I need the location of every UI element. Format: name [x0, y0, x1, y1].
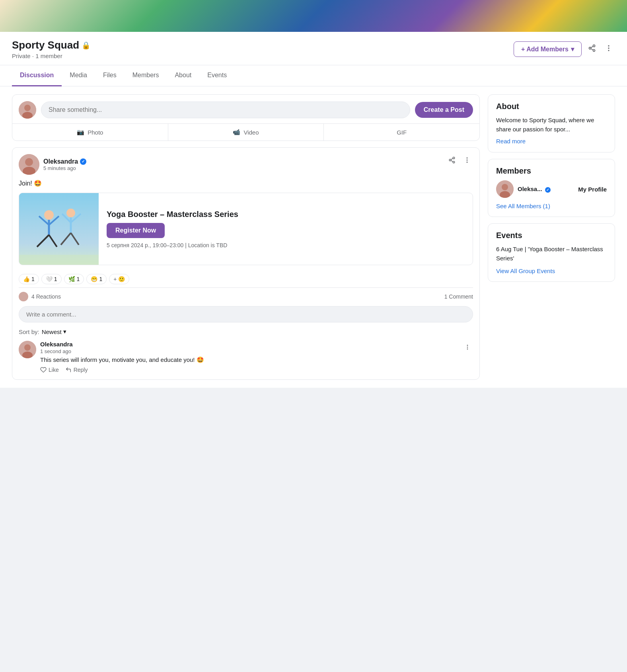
current-user-avatar	[19, 101, 36, 119]
post-share-button[interactable]	[446, 154, 458, 168]
plant-count: 1	[77, 276, 80, 282]
reactions-count: 4 Reactions	[31, 293, 61, 300]
svg-point-30	[66, 209, 75, 217]
event-title: Yoga Booster – Masterclass Series	[107, 210, 465, 219]
tab-events[interactable]: Events	[199, 65, 235, 86]
event-card: Yoga Booster – Masterclass Series Regist…	[19, 193, 473, 265]
comment-author-info: Oleksandra 1 second ago	[40, 341, 73, 354]
lock-icon: 🔒	[82, 41, 90, 50]
events-title: Events	[496, 231, 607, 240]
my-profile-button[interactable]: My Profile	[578, 186, 607, 193]
svg-point-7	[608, 50, 609, 51]
post-header-actions	[446, 154, 473, 168]
event-details: Yoga Booster – Masterclass Series Regist…	[99, 193, 473, 265]
grin-emoji: 😁	[91, 276, 97, 282]
comment-input[interactable]	[19, 306, 473, 322]
post-header: Oleksandra ✓ 5 minutes ago	[19, 154, 473, 175]
svg-point-21	[467, 162, 468, 163]
see-all-members-link[interactable]: See All Members (1)	[496, 203, 607, 209]
comment-header: Oleksandra 1 second ago	[40, 341, 473, 355]
svg-point-20	[467, 160, 468, 161]
svg-point-37	[24, 344, 31, 351]
group-banner	[0, 0, 627, 32]
svg-line-4	[591, 46, 593, 47]
comment-input-row	[19, 306, 473, 322]
comment-more-button[interactable]	[462, 341, 473, 355]
svg-point-5	[608, 45, 609, 47]
reaction-grin[interactable]: 😁 1	[86, 274, 107, 284]
group-header: Sporty Squad 🔒 Private · 1 member + Add …	[0, 32, 627, 65]
member-name: Oleksa... ✓	[518, 186, 574, 193]
photo-action[interactable]: 📷 Photo	[12, 124, 168, 141]
tab-members[interactable]: Members	[125, 65, 167, 86]
video-label: Video	[243, 129, 259, 136]
composer-actions: 📷 Photo 📹 Video GIF	[12, 123, 479, 141]
register-now-button[interactable]: Register Now	[107, 223, 165, 238]
svg-point-43	[502, 184, 508, 190]
svg-line-17	[451, 160, 453, 162]
reactions-row: 👍 1 🤍 1 🌿 1 😁 1	[19, 271, 473, 288]
grin-count: 1	[99, 276, 102, 282]
tab-about[interactable]: About	[167, 65, 199, 86]
reaction-plant[interactable]: 🌿 1	[64, 274, 84, 284]
post-author: Oleksandra ✓ 5 minutes ago	[19, 154, 86, 175]
like-label: Like	[49, 367, 59, 373]
create-post-button[interactable]: Create a Post	[415, 102, 473, 118]
tab-discussion[interactable]: Discussion	[12, 65, 62, 86]
about-card: About Welcome to Sporty Squad, where we …	[488, 94, 615, 152]
video-action[interactable]: 📹 Video	[168, 124, 324, 141]
svg-line-3	[591, 49, 593, 50]
comment-count[interactable]: 1 Comment	[444, 293, 473, 300]
svg-point-19	[467, 157, 468, 158]
sidebar: About Welcome to Sporty Squad, where we …	[488, 94, 615, 282]
reaction-heart[interactable]: 🤍 1	[41, 274, 62, 284]
reactions-avatar	[19, 292, 28, 301]
share-button[interactable]	[586, 42, 598, 57]
tab-files[interactable]: Files	[95, 65, 125, 86]
more-options-button[interactable]	[602, 42, 615, 57]
view-all-events-link[interactable]: View All Group Events	[496, 268, 607, 274]
svg-rect-23	[19, 255, 99, 265]
photo-label: Photo	[88, 129, 103, 136]
reactions-info: 4 Reactions	[19, 292, 61, 301]
comment-item: Oleksandra 1 second ago This series will…	[19, 341, 473, 373]
post-composer: Create a Post 📷 Photo 📹 Video GIF	[12, 94, 480, 141]
sort-label: Sort by:	[19, 328, 39, 335]
events-card: Events 6 Aug Tue | 'Yoga Booster – Maste…	[488, 223, 615, 282]
group-name-text: Sporty Squad	[12, 39, 79, 51]
sort-value: Newest	[42, 328, 62, 335]
comment-actions: Like Reply	[40, 367, 473, 373]
about-title: About	[496, 102, 607, 111]
add-members-label: + Add Members	[521, 46, 569, 53]
svg-line-18	[451, 158, 453, 160]
member-avatar	[496, 180, 514, 198]
verified-icon: ✓	[80, 158, 86, 165]
group-meta: Private · 1 member	[12, 53, 90, 59]
add-members-button[interactable]: + Add Members ▾	[514, 41, 582, 57]
members-title: Members	[496, 166, 607, 176]
member-row: Oleksa... ✓ My Profile	[496, 180, 607, 198]
add-reaction-button[interactable]: + 🙂	[109, 274, 129, 284]
post-more-button[interactable]	[461, 154, 473, 168]
heart-count: 1	[54, 276, 57, 282]
share-input[interactable]	[41, 102, 410, 118]
comment-author: Oleksandra	[40, 341, 73, 348]
reactions-summary: 4 Reactions 1 Comment	[19, 292, 473, 301]
svg-point-39	[467, 345, 468, 346]
event-meta: 5 серпня 2024 р., 19:00–23:00 | Location…	[107, 242, 465, 248]
svg-point-6	[608, 47, 609, 49]
like-comment-button[interactable]: Like	[40, 367, 59, 373]
sort-dropdown[interactable]: Newest ▾	[42, 328, 66, 335]
gif-action[interactable]: GIF	[324, 124, 479, 141]
thumbsup-emoji: 👍	[23, 276, 30, 282]
reply-comment-button[interactable]: Reply	[65, 367, 88, 373]
chevron-down-icon: ▾	[571, 45, 574, 53]
composer-top: Create a Post	[12, 95, 479, 123]
feed-column: Create a Post 📷 Photo 📹 Video GIF	[12, 94, 480, 380]
post-text: Join! 🤩	[19, 180, 473, 187]
reaction-thumbsup[interactable]: 👍 1	[19, 274, 39, 284]
read-more-link[interactable]: Read more	[496, 138, 526, 145]
tab-media[interactable]: Media	[62, 65, 95, 86]
reply-label: Reply	[74, 367, 88, 373]
page-wrapper: Sporty Squad 🔒 Private · 1 member + Add …	[0, 0, 627, 388]
